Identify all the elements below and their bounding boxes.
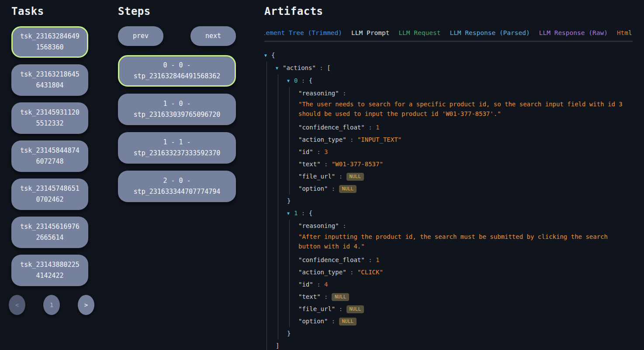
json-string-value: "INPUT_TEXT"	[357, 136, 402, 143]
tree-row: "text" : "W01-377-8537"	[298, 158, 633, 170]
json-string-value: "After inputting the product id, the sea…	[298, 232, 624, 253]
artifacts-title: Artifacts	[264, 5, 633, 18]
steps-title: Steps	[118, 5, 236, 18]
json-key: "file_url"	[298, 173, 335, 180]
step-button[interactable]: 2 - 0 - stp_231633344707774794	[118, 171, 236, 202]
task-button[interactable]: tsk_231457486510702462	[11, 178, 88, 210]
json-key: "id"	[298, 281, 313, 288]
tasks-panel: Tasks tsk_231632846491568360tsk_23163218…	[11, 5, 97, 315]
open-bracket: {	[309, 77, 312, 84]
close-bracket: }	[287, 197, 291, 204]
artifact-tab[interactable]: Element Tree (Trimmed)	[264, 29, 342, 36]
task-button[interactable]: tsk_231456169762665614	[11, 217, 88, 248]
steps-prev-button[interactable]: prev	[118, 26, 163, 46]
tree-row: "file_url" : NULL	[298, 170, 633, 182]
json-key: "file_url"	[298, 305, 335, 312]
close-bracket: ]	[276, 342, 279, 349]
null-badge: NULL	[339, 185, 357, 193]
tree-row: }	[287, 327, 633, 340]
tree-row: "option" : NULL	[298, 182, 633, 195]
json-key: "id"	[298, 148, 313, 155]
tree-children: ▼"actions" : [▼0 : {"reasoning" :"The us…	[267, 62, 633, 350]
json-string-value: "W01-377-8537"	[332, 161, 383, 168]
artifact-tab[interactable]: LLM Response (Parsed)	[450, 29, 530, 36]
task-list: tsk_231632846491568360tsk_23163218645643…	[11, 26, 97, 286]
chevron-down-icon[interactable]: ▼	[287, 209, 294, 218]
pagination-page-button[interactable]: 1	[43, 295, 60, 315]
task-button[interactable]: tsk_231458448746072748	[11, 140, 88, 172]
null-badge: NULL	[346, 305, 364, 313]
tree-row: "text" : NULL	[298, 290, 633, 303]
null-badge: NULL	[346, 173, 364, 181]
json-key: "action_type"	[298, 136, 346, 143]
tree-row: "id" : 3	[298, 146, 633, 158]
open-bracket: {	[271, 52, 275, 59]
tree-children: "reasoning" :"The user needs to search f…	[289, 87, 633, 195]
json-tree-viewer: ▼{▼"actions" : [▼0 : {"reasoning" :"The …	[264, 49, 633, 350]
json-key: "reasoning"	[298, 90, 339, 97]
tree-row: ▼"actions" : [	[276, 62, 633, 74]
null-badge: NULL	[332, 293, 350, 301]
tree-children: "reasoning" :"After inputting the produc…	[289, 220, 633, 327]
json-number-value: 1	[376, 256, 379, 263]
open-bracket: {	[309, 210, 312, 217]
json-key: "action_type"	[298, 269, 346, 276]
json-number-value: 4	[324, 281, 328, 288]
step-button[interactable]: 1 - 1 - stp_231633237333592370	[118, 132, 236, 164]
open-bracket: [	[327, 64, 330, 71]
json-key: "text"	[298, 293, 321, 300]
step-button[interactable]: 0 - 0 - stp_231632846491568362	[118, 55, 236, 87]
chevron-down-icon[interactable]: ▼	[287, 77, 294, 85]
json-number-value: 3	[324, 148, 328, 155]
json-string-value: "The user needs to search for a specific…	[298, 99, 624, 120]
artifacts-tabbar: Element Tree (Trimmed)LLM PromptLLM Requ…	[264, 29, 633, 42]
json-key: "confidence_float"	[298, 124, 365, 131]
tasks-title: Tasks	[11, 5, 97, 18]
tree-row: ▼1 : {	[287, 207, 633, 220]
task-button[interactable]: tsk_231632186456431804	[11, 64, 88, 96]
json-key: "actions"	[283, 64, 316, 71]
json-key: "option"	[298, 185, 328, 192]
json-string-value: "CLICK"	[357, 269, 383, 276]
tree-row: "action_type" : "CLICK"	[298, 266, 633, 278]
json-key: "text"	[298, 161, 321, 168]
tree-row: "option" : NULL	[298, 315, 633, 327]
tree-row: "reasoning" :	[298, 220, 633, 232]
task-button[interactable]: tsk_231459311205512332	[11, 102, 88, 134]
tree-row: "reasoning" :	[298, 87, 633, 99]
tasks-pagination: < 1 >	[9, 295, 94, 315]
tree-row: }	[287, 195, 633, 207]
tree-row: ]	[276, 340, 633, 350]
tree-row: ▼{	[264, 49, 633, 62]
artifact-tab[interactable]: LLM Response (Raw)	[539, 29, 608, 36]
task-button[interactable]: tsk_231632846491568360	[11, 26, 88, 58]
pagination-next-button[interactable]: >	[78, 295, 94, 315]
artifact-tab[interactable]: LLM Request	[398, 29, 440, 36]
chevron-down-icon[interactable]: ▼	[264, 51, 271, 60]
steps-next-button[interactable]: next	[190, 26, 236, 46]
pagination-prev-button[interactable]: <	[9, 295, 25, 315]
tree-row: ▼0 : {	[287, 74, 633, 87]
json-key: "confidence_float"	[298, 256, 365, 263]
artifacts-panel: Artifacts Element Tree (Trimmed)LLM Prom…	[264, 5, 633, 350]
json-key: "option"	[298, 318, 328, 325]
tree-row: "confidence_float" : 1	[298, 121, 633, 133]
null-badge: NULL	[339, 318, 357, 326]
steps-nav: prev next	[118, 26, 236, 46]
step-list: 0 - 0 - stp_2316328464915683621 - 0 - st…	[118, 55, 236, 202]
tree-children: ▼0 : {"reasoning" :"The user needs to se…	[278, 74, 633, 340]
artifact-tab[interactable]: LLM Prompt	[351, 29, 389, 36]
artifact-tab[interactable]: Html (Raw)	[617, 29, 633, 36]
tree-row: "file_url" : NULL	[298, 303, 633, 315]
tree-row: "id" : 4	[298, 278, 633, 290]
tree-row: "action_type" : "INPUT_TEXT"	[298, 133, 633, 146]
task-button[interactable]: tsk_231438802254142422	[11, 255, 88, 286]
steps-panel: Steps prev next 0 - 0 - stp_231632846491…	[118, 5, 236, 209]
json-key: "reasoning"	[298, 222, 339, 229]
chevron-down-icon[interactable]: ▼	[276, 64, 283, 73]
close-bracket: }	[287, 330, 291, 337]
tree-row: "confidence_float" : 1	[298, 254, 633, 266]
json-number-value: 1	[376, 124, 379, 131]
step-button[interactable]: 1 - 0 - stp_231633039765096720	[118, 94, 236, 125]
